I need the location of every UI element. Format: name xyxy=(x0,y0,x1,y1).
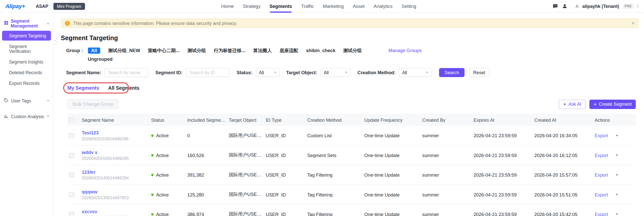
tenant-name[interactable]: alipayhk (Tenant) xyxy=(582,4,619,9)
col-status: Status xyxy=(151,117,187,122)
target-object-select[interactable]: All xyxy=(321,68,351,77)
chevron-down-icon[interactable] xyxy=(615,174,618,176)
update-frequency: One-time Update xyxy=(364,212,422,216)
creation-method-select[interactable]: All xyxy=(399,68,432,77)
segment-name-link[interactable]: qqqww xyxy=(82,189,148,194)
target-object: 国际用户USER_ID xyxy=(229,152,266,158)
id-type: USER_ID xyxy=(266,192,307,197)
status-text: Active xyxy=(156,133,169,138)
sidebar-item-label: Custom Analysis xyxy=(11,114,44,119)
close-icon[interactable]: × xyxy=(632,21,635,26)
row-checkbox[interactable] xyxy=(69,172,74,177)
tenant-switch-icon[interactable] xyxy=(637,5,639,8)
workspace-label: ASAP xyxy=(36,4,48,9)
target-object: 国际用户USER_ID xyxy=(229,211,266,216)
plus-icon: + xyxy=(594,101,597,107)
sidebar-item-custom-analysis[interactable]: Custom Analysis xyxy=(0,111,53,122)
segment-name-link[interactable]: Test123 xyxy=(82,130,148,135)
update-frequency: One-time Update xyxy=(364,133,422,138)
chevron-down-icon[interactable] xyxy=(615,213,618,215)
col-expires-at: Expires At xyxy=(474,117,535,122)
nav-marketing[interactable]: Marketing xyxy=(323,0,344,12)
message-icon[interactable] xyxy=(552,3,558,9)
nav-asset[interactable]: Asset xyxy=(353,0,364,12)
row-checkbox[interactable] xyxy=(69,192,74,197)
segment-name-label: Segment Name: xyxy=(66,70,101,75)
status-select[interactable]: All xyxy=(256,68,280,77)
update-frequency: One-time Update xyxy=(364,153,422,158)
reset-button[interactable]: Reset xyxy=(469,68,490,77)
tab-all-segments[interactable]: All Segments xyxy=(108,85,140,91)
group-pill[interactable]: 算法圈人 xyxy=(253,47,272,53)
group-pill-all[interactable]: All xyxy=(88,47,100,53)
group-label: Group : xyxy=(66,47,83,54)
export-link[interactable]: Export xyxy=(595,133,608,138)
segment-id: 20260420140014496294 xyxy=(82,176,148,180)
export-link[interactable]: Export xyxy=(595,153,608,158)
chevron-down-icon[interactable] xyxy=(615,194,618,195)
segment-name-link[interactable]: 1234rr xyxy=(82,169,148,174)
tab-my-segments[interactable]: My Segments xyxy=(67,85,99,91)
col-segment-name: Segment Name xyxy=(82,117,151,122)
ask-ai-label: Ask AI xyxy=(568,102,581,106)
nav-traffic[interactable]: Traffic xyxy=(301,0,314,12)
row-checkbox[interactable] xyxy=(69,153,74,158)
sidebar-item-deleted-records[interactable]: Deleted Records xyxy=(0,67,53,78)
sidebar: Segment Management Segment Targeting Seg… xyxy=(0,13,53,216)
creation-method: Segment Sets xyxy=(307,153,364,158)
sidebar-item-segment-management[interactable]: Segment Management xyxy=(0,17,53,30)
mini-program-button[interactable]: Mini Program xyxy=(53,3,85,9)
row-checkbox[interactable] xyxy=(69,133,74,138)
segment-name-link[interactable]: xxcvsv xyxy=(82,209,148,214)
group-filter: Group : All 测试分组_NEW 策略中心二期... 测试分组 行为标签… xyxy=(66,47,639,64)
nav-setting[interactable]: Setting xyxy=(402,0,416,12)
nav-home[interactable]: Home xyxy=(221,0,234,12)
sidebar-item-user-tags[interactable]: User Tags xyxy=(0,95,53,106)
table-row: qqqww 20260420130014497853 Active 125,28… xyxy=(67,185,636,204)
chevron-down-icon xyxy=(47,116,49,117)
target-object: 国际用户USER_ID xyxy=(229,172,266,178)
select-all-checkbox[interactable] xyxy=(69,117,74,122)
chevron-down-icon[interactable] xyxy=(615,135,618,136)
segment-id-input[interactable] xyxy=(186,68,230,77)
row-checkbox[interactable] xyxy=(69,212,74,216)
group-pill[interactable]: shibin_check xyxy=(306,48,335,53)
bulk-change-group-button[interactable]: Bulk Change Group xyxy=(67,99,119,109)
sidebar-item-export-records[interactable]: Export Records xyxy=(0,78,53,88)
export-link[interactable]: Export xyxy=(595,172,608,177)
ask-ai-button[interactable]: ✦ Ask AI xyxy=(558,99,586,109)
filter-bar: Segment Name: Segment ID: Status: All Ta… xyxy=(66,68,639,77)
user-icon[interactable] xyxy=(562,3,568,9)
group-pill[interactable]: 测试分组_NEW xyxy=(108,47,140,53)
group-pill[interactable]: 策略中心二期... xyxy=(148,47,180,53)
nav-analytics[interactable]: Analytics xyxy=(374,0,392,12)
group-pill[interactable]: 测试分组 xyxy=(187,47,206,53)
manage-groups-link[interactable]: Manage Groups xyxy=(388,47,422,54)
sidebar-item-segment-insights[interactable]: Segment Insights xyxy=(0,57,53,67)
search-button[interactable]: Search xyxy=(439,68,465,77)
segment-id: 20260420130014497853 xyxy=(82,195,148,200)
export-link[interactable]: Export xyxy=(595,212,608,216)
group-pill[interactable]: 行为标签迁移... xyxy=(214,47,245,53)
sidebar-item-segment-targeting[interactable]: Segment Targeting xyxy=(2,31,51,41)
creation-method-label: Creation Method: xyxy=(358,70,396,75)
sensitive-info-banner: ! This page contains sensitive informati… xyxy=(61,18,639,28)
app-root: Alipay+ ASAP Mini Program Home Strategy … xyxy=(0,0,644,216)
group-pills: All 测试分组_NEW 策略中心二期... 测试分组 行为标签迁移... 算法… xyxy=(88,47,362,64)
id-type: USER_ID xyxy=(266,172,307,177)
sidebar-item-segment-verification[interactable]: Segment Verification xyxy=(0,41,53,56)
chevron-down-icon[interactable] xyxy=(615,154,618,156)
nav-segments[interactable]: Segments xyxy=(269,0,292,12)
update-frequency: One-time Update xyxy=(364,172,422,177)
page-title: Segment Targeting xyxy=(61,34,639,42)
group-pill[interactable]: 测试分组 xyxy=(343,47,362,53)
group-pill[interactable]: 底座适配 xyxy=(280,47,298,53)
group-pill-ungrouped[interactable]: Ungrouped xyxy=(88,57,113,61)
id-type: USER_ID xyxy=(266,153,307,158)
export-link[interactable]: Export xyxy=(595,192,608,197)
segment-name-input[interactable] xyxy=(104,68,149,77)
nav-strategy[interactable]: Strategy xyxy=(243,0,261,12)
table-row: 1234rr 20260420140014496294 Active 391,3… xyxy=(67,165,636,185)
create-segment-button[interactable]: + Create Segment xyxy=(590,99,636,109)
segment-name-link[interactable]: wddv x xyxy=(82,150,148,155)
